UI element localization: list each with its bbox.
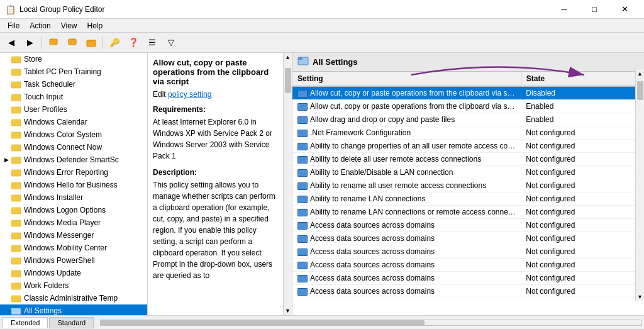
sidebar-item-user-profiles[interactable]: User Profiles: [0, 103, 147, 116]
policy-link[interactable]: policy setting: [168, 90, 211, 99]
settings-table-body: Allow cut, copy or paste operations from…: [292, 86, 644, 298]
table-row[interactable]: Access data sources across domainsNot co…: [292, 219, 644, 232]
sidebar-item-label: Windows Calendar: [24, 118, 87, 126]
sidebar-item-label: Windows Media Player: [24, 218, 101, 227]
sidebar-item-media-player[interactable]: Windows Media Player: [0, 216, 147, 229]
table-row[interactable]: Access data sources across domainsNot co…: [292, 259, 644, 272]
svg-rect-35: [11, 245, 15, 247]
key-button[interactable]: 🔑: [106, 35, 123, 51]
table-row[interactable]: Access data sources across domainsNot co…: [292, 272, 644, 285]
right-panel-wrapper: All Settings Setting State: [292, 53, 644, 315]
folder-icon: [11, 54, 21, 64]
state-cell: Not configured: [521, 126, 644, 140]
folder-icon: [11, 218, 21, 228]
right-scroll-up[interactable]: ▲: [636, 69, 644, 78]
sidebar-item-mobility[interactable]: Windows Mobility Center: [0, 242, 147, 254]
sidebar-item-work-folders[interactable]: Work Folders: [0, 279, 147, 292]
sidebar-item-label: All Settings: [24, 306, 62, 315]
minimize-button[interactable]: ─: [550, 0, 579, 19]
setting-icon: [297, 116, 308, 124]
help-button[interactable]: ❓: [125, 35, 142, 51]
table-row[interactable]: Ability to rename all user remote access…: [292, 179, 644, 192]
sidebar-item-windows-update[interactable]: Windows Update: [0, 267, 147, 279]
table-row[interactable]: Ability to rename LAN connectionsNot con…: [292, 192, 644, 206]
menu-action[interactable]: Action: [25, 20, 55, 31]
sidebar-item-windows-color[interactable]: Windows Color System: [0, 128, 147, 141]
sidebar-item-powershell[interactable]: Windows PowerShell: [0, 254, 147, 267]
middle-scrollbar[interactable]: ▲ ▼: [283, 53, 292, 315]
close-button[interactable]: ✕: [610, 0, 639, 19]
forward-button[interactable]: ▶: [21, 35, 39, 51]
table-row[interactable]: Access data sources across domainsNot co…: [292, 245, 644, 259]
sidebar-item-task[interactable]: Task Scheduler: [0, 78, 147, 91]
svg-rect-9: [11, 82, 15, 84]
scroll-down-arrow[interactable]: ▼: [284, 306, 292, 315]
folder-icon: [11, 92, 21, 102]
sidebar-item-defender[interactable]: ▶ Windows Defender SmartSc: [0, 153, 147, 166]
setting-icon: [297, 196, 308, 203]
sidebar-item-label: Task Scheduler: [24, 80, 75, 89]
standard-tab[interactable]: Standard: [49, 317, 94, 328]
folder-icon: [11, 306, 21, 315]
sidebar-item-hello[interactable]: Windows Hello for Business: [0, 179, 147, 191]
filter-button[interactable]: ▽: [162, 35, 180, 51]
right-panel: Setting State Allow cut, copy or paste o…: [292, 72, 644, 315]
table-row[interactable]: Ability to rename LAN connections or rem…: [292, 206, 644, 219]
back-button[interactable]: ◀: [3, 35, 20, 51]
setting-icon: [297, 169, 308, 177]
sidebar-item-messenger[interactable]: Windows Messenger: [0, 229, 147, 242]
sidebar-item-classic-admin[interactable]: Classic Administrative Temp: [0, 292, 147, 304]
state-cell: Enabled: [521, 100, 644, 113]
menu-file[interactable]: File: [3, 20, 25, 31]
expand-arrow: [3, 269, 10, 277]
middle-panel-title: Allow cut, copy or paste operations from…: [153, 58, 278, 86]
sidebar-item-tablet[interactable]: Tablet PC Pen Training: [0, 65, 147, 78]
folder-icon: [11, 142, 21, 152]
folder-button-2[interactable]: [82, 35, 100, 51]
table-row[interactable]: .Net Framework ConfigurationNot configur…: [292, 126, 644, 140]
sidebar-item-label: User Profiles: [24, 105, 67, 114]
toolbar-separator-2: [103, 36, 103, 49]
sidebar-item-error-reporting[interactable]: Windows Error Reporting: [0, 166, 147, 179]
horizontal-scrollbar[interactable]: [100, 320, 641, 326]
up-button[interactable]: [45, 35, 62, 51]
state-cell: Enabled: [521, 113, 644, 126]
sidebar-item-windows-connect[interactable]: Windows Connect Now: [0, 141, 147, 153]
list-button[interactable]: ☰: [143, 35, 161, 51]
sidebar-item-all-settings[interactable]: All Settings: [0, 304, 147, 315]
svg-rect-29: [11, 208, 15, 209]
table-row[interactable]: Access data sources across domainsNot co…: [292, 232, 644, 245]
sidebar-item-installer[interactable]: Windows Installer: [0, 191, 147, 204]
right-scroll-thumb[interactable]: [637, 81, 643, 100]
table-row[interactable]: Ability to Enable/Disable a LAN connecti…: [292, 166, 644, 179]
right-scrollbar[interactable]: ▲ ▼: [635, 69, 644, 301]
svg-rect-31: [11, 220, 15, 222]
table-row[interactable]: Allow cut, copy or paste operations from…: [292, 86, 644, 100]
scroll-thumb[interactable]: [285, 68, 291, 93]
sidebar-item-logon[interactable]: Windows Logon Options: [0, 204, 147, 216]
svg-rect-17: [11, 132, 15, 134]
menu-view[interactable]: View: [56, 20, 82, 31]
sidebar-item-label: Windows Error Reporting: [24, 168, 108, 177]
folder-icon: [11, 255, 21, 265]
setting-icon: [297, 248, 308, 256]
extended-tab[interactable]: Extended: [3, 317, 48, 328]
sidebar-item-store[interactable]: Store: [0, 53, 147, 65]
sidebar-item-touch[interactable]: Touch Input: [0, 91, 147, 103]
table-row[interactable]: Ability to delete all user remote access…: [292, 153, 644, 166]
middle-edit-section: Edit policy setting: [153, 90, 278, 99]
menu-help[interactable]: Help: [82, 20, 108, 31]
sidebar-item-windows-calendar[interactable]: Windows Calendar: [0, 116, 147, 128]
expand-arrow: [3, 294, 10, 302]
table-row[interactable]: Access data sources across domainsNot co…: [292, 285, 644, 298]
table-row[interactable]: Ability to change properties of an all u…: [292, 140, 644, 153]
setting-cell: Allow drag and drop or copy and paste fi…: [292, 113, 521, 126]
folder-button-1[interactable]: [64, 35, 81, 51]
table-row[interactable]: Allow drag and drop or copy and paste fi…: [292, 113, 644, 126]
scroll-up-arrow[interactable]: ▲: [284, 53, 292, 62]
table-row[interactable]: Allow cut, copy or paste operations from…: [292, 100, 644, 113]
expand-arrow: [3, 93, 10, 101]
right-scroll-down[interactable]: ▼: [636, 293, 644, 301]
horizontal-scroll-thumb[interactable]: [101, 320, 425, 325]
maximize-button[interactable]: □: [580, 0, 609, 19]
